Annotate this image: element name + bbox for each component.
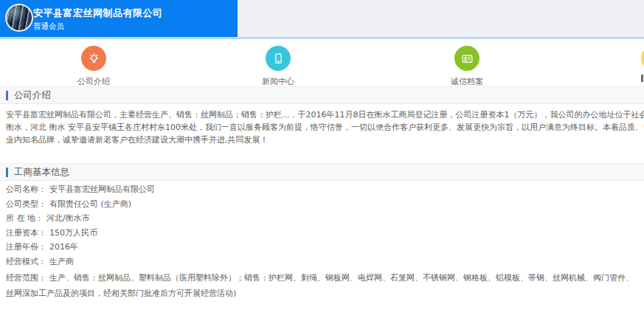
field-label: 经营范围： — [6, 273, 46, 283]
field-value: 2016年 — [49, 242, 78, 252]
id-card-icon — [454, 46, 479, 71]
field-location: 所 在 地：河北/衡水市 — [6, 211, 640, 226]
field-registered-capital: 注册资本：150万人民币 — [6, 226, 640, 241]
intro-line-1: 安平县富宏丝网制品有限公司，主要经营生产、销售：丝网制品；销售：护栏...，于2… — [6, 108, 644, 121]
lightbulb-icon — [81, 46, 106, 71]
clipped-label-fragment — [641, 75, 643, 82]
company-logo — [5, 4, 33, 32]
field-label: 公司名称： — [6, 185, 46, 194]
mobile-icon — [266, 46, 291, 71]
section-title: 工商基本信息 — [14, 166, 69, 179]
nav-item-news-center[interactable]: 新闻中心 — [234, 44, 322, 87]
company-name: 安平县富宏丝网制品有限公司 — [33, 7, 163, 20]
field-value: 有限责任公司 (生产商) — [49, 199, 131, 209]
field-label: 注册年份： — [6, 242, 46, 252]
section-accent-bar — [6, 91, 8, 100]
member-level-badge: 普通会员 — [33, 21, 64, 32]
nav-label: 新闻中心 — [234, 76, 322, 87]
header-divider — [0, 37, 644, 39]
company-intro-paragraph: 安平县富宏丝网制品有限公司，主要经营生产、销售：丝网制品；销售：护栏...，于2… — [6, 108, 644, 146]
field-label: 经营模式： — [6, 257, 46, 266]
section-accent-bar — [6, 168, 8, 177]
field-company-type: 公司类型：有限责任公司 (生产商) — [6, 197, 640, 212]
field-value: 安平县富宏丝网制品有限公司 — [49, 185, 155, 194]
section-title: 公司介绍 — [14, 89, 51, 102]
field-label: 所 在 地： — [6, 213, 44, 223]
field-label: 注册资本： — [6, 228, 46, 238]
field-company-name: 公司名称：安平县富宏丝网制品有限公司 — [6, 182, 640, 197]
field-label: 公司类型： — [6, 199, 46, 209]
header-side-panel — [238, 0, 644, 37]
field-value: 生产、销售：丝网制品、塑料制品（医用塑料除外）；销售：护栏网、刺绳、钢板网、电焊… — [6, 273, 634, 298]
intro-line-3: 业内知名品牌，诚挚邀请新老客户在经济建设大潮中携手并进,共同发展！ — [6, 134, 644, 146]
field-value: 150万人民币 — [49, 228, 97, 238]
field-business-scope: 经营范围：生产、销售：丝网制品、塑料制品（医用塑料除外）；销售：护栏网、刺绳、钢… — [6, 270, 640, 301]
nav-item-company-intro[interactable]: 公司介绍 — [49, 44, 138, 87]
nav-item-clipped[interactable] — [609, 44, 644, 76]
clipped-edge-icon — [641, 46, 644, 71]
field-business-model: 经营模式：生产商 — [6, 255, 640, 269]
nav-item-credit-archive[interactable]: 诚信档案 — [423, 44, 511, 87]
nav-label: 公司介绍 — [49, 76, 138, 87]
nav-label: 诚信档案 — [423, 76, 511, 87]
field-value: 生产商 — [49, 257, 74, 266]
field-registered-year: 注册年份：2016年 — [6, 240, 640, 255]
section-header-company-intro: 公司介绍 — [0, 86, 644, 104]
intro-line-2: 衡水，河北 衡水 安平县安平镇王各庄村村东100米处，我们一直以服务顾客为前提，… — [6, 121, 644, 134]
section-header-business-info: 工商基本信息 — [0, 163, 644, 181]
business-fields: 公司名称：安平县富宏丝网制品有限公司 公司类型：有限责任公司 (生产商) 所 在… — [6, 182, 640, 301]
field-value: 河北/衡水市 — [46, 213, 90, 223]
